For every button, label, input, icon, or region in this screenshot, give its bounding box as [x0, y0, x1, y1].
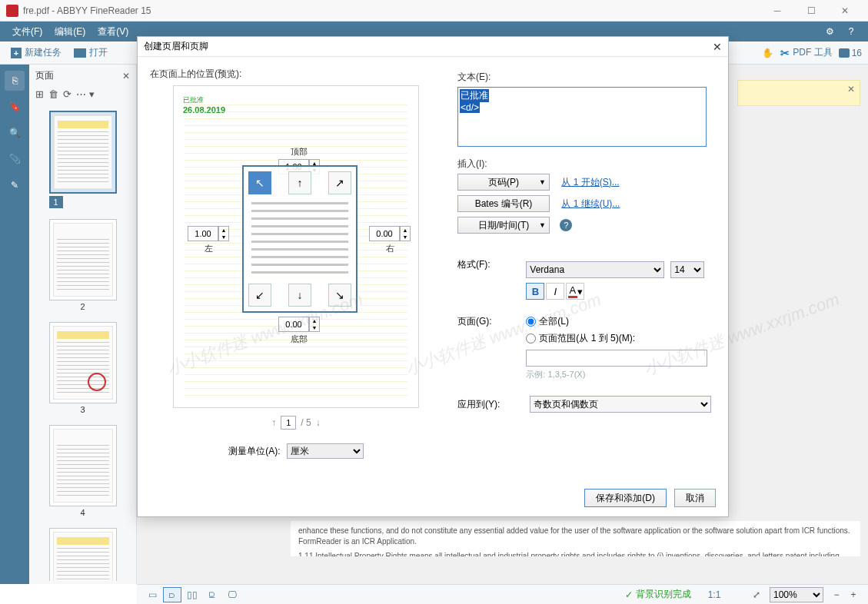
text-line2: <d/> — [460, 102, 480, 113]
pos-bottom-center[interactable]: ↓ — [288, 284, 311, 307]
pos-top-left[interactable]: ↖ — [248, 171, 271, 194]
add-page-icon[interactable]: ⊞ — [35, 88, 44, 100]
pages-panel-title: 页面 — [35, 69, 54, 82]
notice-close-icon[interactable]: ✕ — [847, 84, 855, 95]
margin-left-spinner[interactable]: ▲▼ — [218, 226, 229, 241]
document-text: enhance these functions, and do not cons… — [291, 521, 860, 556]
thumb-2-number: 2 — [49, 302, 117, 311]
attachments-tab[interactable]: 📎 — [5, 149, 25, 169]
menu-view[interactable]: 查看(V) — [91, 22, 135, 41]
header-text-input[interactable]: 已批准 <d/> — [457, 87, 707, 147]
search-tab[interactable]: 🔍 — [5, 123, 25, 143]
close-button[interactable]: ✕ — [828, 0, 862, 22]
zoom-out-icon[interactable]: − — [828, 589, 845, 600]
margin-top-label: 顶部 — [291, 146, 308, 158]
doc-paragraph-1: enhance these functions, and do not cons… — [298, 526, 853, 546]
thumbnail-5[interactable]: ▦ — [49, 528, 117, 581]
view-continuous-icon[interactable]: ⫒ — [203, 587, 221, 602]
comments-button[interactable]: 16 — [839, 48, 862, 58]
thumbnail-list: ▦ 1 ▦ 2 ▦ 3 ▦ 4 ▦ — [29, 105, 136, 581]
dialog-titlebar: 创建页眉和页脚 ✕ — [138, 37, 728, 57]
zoom-in-icon[interactable]: + — [845, 589, 862, 600]
margin-bottom-input[interactable] — [278, 317, 309, 332]
pages-panel: 页面✕ ⊞ 🗑 ⟳ ⋯ ▾ ▦ 1 ▦ 2 ▦ 3 ▦ 4 ▦ — [29, 65, 137, 584]
thumb-3-number: 3 — [49, 405, 117, 414]
scale-1to1-button[interactable]: 1:1 — [705, 587, 723, 602]
datetime-button[interactable]: 日期/时间(T)▼ — [457, 217, 550, 234]
start-from-1-link[interactable]: 从 1 开始(S)... — [561, 177, 619, 188]
bates-number-button[interactable]: Bates 编号(R) — [457, 195, 550, 212]
margin-bottom-spinner[interactable]: ▲▼ — [309, 317, 320, 332]
pos-bottom-right[interactable]: ↘ — [328, 284, 351, 307]
font-color-button[interactable]: A ▾ — [566, 283, 584, 300]
help-icon[interactable]: ? — [560, 219, 572, 231]
next-page-icon[interactable]: ↓ — [316, 417, 321, 428]
open-button[interactable]: 打开 — [69, 45, 112, 61]
settings-icon[interactable]: ⚙ — [819, 26, 840, 37]
rotate-page-icon[interactable]: ⟳ — [63, 88, 72, 100]
measure-unit-select[interactable]: 厘米 — [287, 443, 364, 459]
page-number-input[interactable] — [281, 416, 296, 430]
pages-tab[interactable]: ⎘ — [5, 71, 25, 91]
radio-page-range[interactable] — [526, 334, 536, 343]
format-label: 格式(F): — [457, 258, 524, 271]
margin-right-spinner[interactable]: ▲▼ — [400, 226, 411, 241]
scissors-icon: ✂ — [780, 47, 790, 59]
pos-top-center[interactable]: ↑ — [288, 171, 311, 194]
preview-pane: 在页面上的位置(预览): 已批准 26.08.2019 顶部 ▲▼ ▲▼ 左 ▲… — [150, 68, 442, 459]
continue-from-1-link[interactable]: 从 1 继续(U)... — [561, 198, 620, 209]
hand-tool-icon[interactable]: ✋ — [760, 48, 774, 58]
insert-label: 插入(I): — [457, 158, 716, 171]
margin-bottom-label: 底部 — [291, 334, 308, 345]
pos-bottom-left[interactable]: ↙ — [248, 284, 271, 307]
prev-page-icon[interactable]: ↑ — [271, 417, 276, 428]
thumbnail-1[interactable]: ▦ — [49, 111, 117, 194]
menu-file[interactable]: 文件(F) — [6, 22, 48, 41]
app-icon — [6, 5, 18, 17]
signatures-tab[interactable]: ✎ — [5, 175, 25, 195]
open-label: 打开 — [89, 46, 108, 59]
dialog-close-icon[interactable]: ✕ — [713, 41, 722, 53]
minimize-button[interactable]: ─ — [760, 0, 794, 22]
position-label: 在页面上的位置(预览): — [150, 68, 442, 81]
bookmarks-tab[interactable]: 🔖 — [5, 97, 25, 117]
cancel-button[interactable]: 取消 — [674, 489, 716, 507]
thumbnail-2[interactable]: ▦ — [49, 219, 117, 300]
apply-to-label: 应用到(Y): — [457, 398, 519, 411]
font-size-select[interactable]: 14 — [670, 261, 704, 278]
radio-all-pages[interactable] — [526, 317, 536, 327]
fit-screen-icon[interactable]: ⤢ — [748, 589, 765, 600]
view-single-page-icon[interactable]: ▭ — [143, 587, 161, 602]
view-presentation-icon[interactable]: 🖵 — [223, 587, 241, 602]
doc-para2-underlined: Intellectual Property Rights — [315, 552, 407, 556]
new-task-button[interactable]: +新建任务 — [6, 45, 66, 61]
margin-right-input[interactable] — [369, 226, 400, 241]
more-icon[interactable]: ⋯ ▾ — [76, 88, 95, 100]
pdf-tools-button[interactable]: ✂PDF 工具 — [780, 46, 832, 59]
view-fit-width-icon[interactable]: ⫐ — [163, 587, 181, 602]
bold-button[interactable]: B — [526, 283, 544, 300]
save-add-button[interactable]: 保存和添加(D) — [584, 489, 667, 507]
dialog-title: 创建页眉和页脚 — [144, 40, 208, 53]
zoom-select[interactable]: 100% — [770, 587, 823, 602]
italic-button[interactable]: I — [546, 283, 564, 300]
position-grid: ↖ ↑ ↗ ↙ ↓ ↘ — [243, 166, 357, 312]
font-select[interactable]: Verdana — [526, 261, 664, 278]
panel-close-icon[interactable]: ✕ — [122, 71, 130, 81]
apply-to-select[interactable]: 奇数页和偶数页 — [530, 396, 711, 413]
menu-edit[interactable]: 编辑(E) — [48, 22, 91, 41]
thumbnail-3[interactable]: ▦ — [49, 322, 117, 403]
view-two-page-icon[interactable]: ▯▯ — [183, 587, 201, 602]
comment-count: 16 — [852, 48, 862, 58]
delete-page-icon[interactable]: 🗑 — [48, 88, 58, 100]
new-task-label: 新建任务 — [25, 46, 62, 59]
pos-top-right[interactable]: ↗ — [328, 171, 351, 194]
page-number-button[interactable]: 页码(P)▼ — [457, 174, 550, 191]
maximize-button[interactable]: ☐ — [794, 0, 828, 22]
page-range-input[interactable] — [526, 350, 707, 367]
help-icon[interactable]: ? — [840, 26, 862, 37]
thumbnail-4[interactable]: ▦ — [49, 425, 117, 506]
settings-pane: 文本(E): 已批准 <d/> 插入(I): 页码(P)▼ 从 1 开始(S).… — [457, 68, 716, 459]
radio-all-label: 全部(L) — [539, 315, 569, 328]
margin-left-input[interactable] — [188, 226, 218, 241]
